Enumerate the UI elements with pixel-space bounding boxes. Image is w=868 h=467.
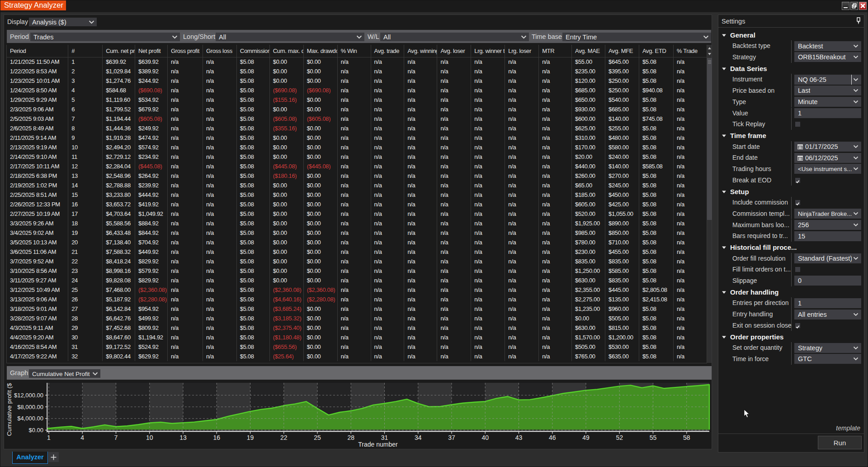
svg-text:Cumulative profit ($: Cumulative profit ($ [6, 383, 13, 436]
svg-text:40: 40 [481, 434, 489, 441]
svg-text:$0.00: $0.00 [28, 427, 43, 434]
svg-text:16: 16 [213, 434, 220, 441]
svg-text:$4,000.00: $4,000.00 [17, 415, 43, 422]
svg-text:$8,000.00: $8,000.00 [17, 404, 43, 410]
svg-text:52: 52 [616, 434, 623, 441]
svg-text:22: 22 [280, 434, 288, 441]
svg-text:$12,000.00: $12,000.00 [14, 392, 43, 399]
svg-text:34: 34 [415, 434, 422, 441]
svg-text:25: 25 [314, 434, 321, 441]
svg-text:4: 4 [80, 434, 84, 441]
svg-text:58: 58 [683, 434, 690, 441]
svg-text:49: 49 [582, 434, 590, 441]
svg-text:46: 46 [549, 434, 556, 441]
svg-text:43: 43 [515, 434, 523, 441]
svg-text:28: 28 [347, 434, 354, 441]
svg-text:10: 10 [146, 434, 153, 441]
svg-text:19: 19 [247, 434, 254, 441]
svg-text:1: 1 [47, 434, 51, 441]
svg-text:7: 7 [114, 434, 118, 441]
svg-text:Trade number: Trade number [358, 441, 398, 448]
svg-text:37: 37 [448, 434, 455, 441]
svg-text:55: 55 [650, 434, 657, 441]
svg-text:13: 13 [179, 434, 187, 441]
svg-text:31: 31 [381, 434, 388, 441]
